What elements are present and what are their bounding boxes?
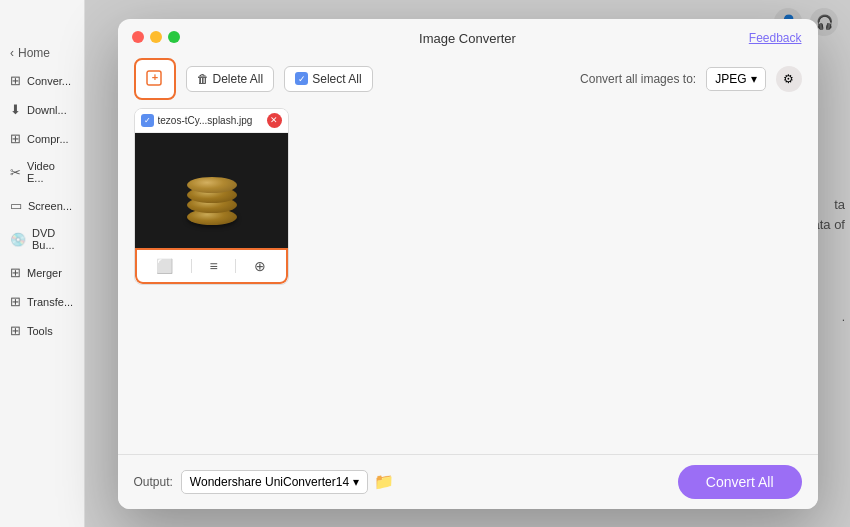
minimize-button[interactable] [150, 31, 162, 43]
settings-icon: ⚙ [783, 72, 794, 86]
format-dropdown[interactable]: JPEG ▾ [706, 67, 765, 91]
tool-divider-2 [235, 259, 236, 273]
title-bar: Image Converter Feedback [118, 19, 818, 54]
coin-4 [187, 177, 237, 193]
add-image-button[interactable]: + [134, 58, 176, 100]
sidebar-home-label: Home [18, 46, 50, 60]
sidebar-label: Conver... [27, 75, 71, 87]
convert-all-button[interactable]: Convert All [678, 465, 802, 499]
trash-icon: 🗑 [197, 72, 209, 86]
open-folder-button[interactable]: 📁 [374, 472, 394, 491]
download-icon: ⬇ [10, 102, 21, 117]
main-area: tandata of . 👤 🎧 Image Converter Feedbac… [85, 0, 850, 527]
sidebar-label: Transfe... [27, 296, 73, 308]
sidebar-item-transfer[interactable]: ⊞ Transfe... [0, 287, 84, 316]
converter-icon: ⊞ [10, 73, 21, 88]
sidebar: ‹ Home ⊞ Conver... ⬇ Downl... ⊞ Compr...… [0, 0, 85, 527]
modal-overlay: Image Converter Feedback + 🗑 Delete All … [85, 0, 850, 527]
delete-all-button[interactable]: 🗑 Delete All [186, 66, 275, 92]
sidebar-item-converter[interactable]: ⊞ Conver... [0, 66, 84, 95]
image-converter-modal: Image Converter Feedback + 🗑 Delete All … [118, 19, 818, 509]
list-tool-icon[interactable]: ≡ [203, 256, 223, 276]
chevron-down-icon: ▾ [751, 72, 757, 86]
image-tools: ⬜ ≡ ⊕ [135, 248, 288, 284]
sidebar-label: Merger [27, 267, 62, 279]
chevron-down-icon: ▾ [353, 475, 359, 489]
toolbar: + 🗑 Delete All ✓ Select All Convert all … [118, 54, 818, 108]
feedback-link[interactable]: Feedback [749, 31, 802, 45]
format-settings-button[interactable]: ⚙ [776, 66, 802, 92]
sidebar-item-screen[interactable]: ▭ Screen... [0, 191, 84, 220]
image-card-header: ✓ tezos-tCy...splash.jpg ✕ [135, 109, 288, 133]
image-preview [135, 133, 289, 248]
sidebar-label: Screen... [28, 200, 72, 212]
content-area: ✓ tezos-tCy...splash.jpg ✕ [118, 108, 818, 454]
compress-icon: ⊞ [10, 131, 21, 146]
modal-title: Image Converter [419, 31, 516, 46]
chevron-left-icon: ‹ [10, 46, 14, 60]
select-all-button[interactable]: ✓ Select All [284, 66, 372, 92]
coin-stack-image [185, 155, 240, 225]
sidebar-home[interactable]: ‹ Home [0, 40, 84, 66]
convert-to-label: Convert all images to: [580, 72, 696, 86]
sidebar-item-tools[interactable]: ⊞ Tools [0, 316, 84, 345]
output-path-dropdown[interactable]: Wondershare UniConverter14 ▾ [181, 470, 368, 494]
tools-icon: ⊞ [10, 323, 21, 338]
scissors-icon: ✂ [10, 165, 21, 180]
sidebar-item-video-edit[interactable]: ✂ Video E... [0, 153, 84, 191]
merger-icon: ⊞ [10, 265, 21, 280]
remove-image-button[interactable]: ✕ [267, 113, 282, 128]
image-card: ✓ tezos-tCy...splash.jpg ✕ [134, 108, 289, 285]
screen-icon: ▭ [10, 198, 22, 213]
format-value: JPEG [715, 72, 746, 86]
image-filename: tezos-tCy...splash.jpg [158, 115, 263, 126]
select-all-label: Select All [312, 72, 361, 86]
sidebar-label: DVD Bu... [32, 227, 74, 251]
zoom-tool-icon[interactable]: ⊕ [248, 256, 272, 276]
image-checkbox[interactable]: ✓ [141, 114, 154, 127]
traffic-lights [132, 31, 180, 43]
svg-text:+: + [151, 71, 157, 83]
output-path-value: Wondershare UniConverter14 [190, 475, 349, 489]
sidebar-label: Video E... [27, 160, 74, 184]
maximize-button[interactable] [168, 31, 180, 43]
sidebar-item-compress[interactable]: ⊞ Compr... [0, 124, 84, 153]
select-all-checkbox: ✓ [295, 72, 308, 85]
sidebar-item-download[interactable]: ⬇ Downl... [0, 95, 84, 124]
output-label: Output: [134, 475, 173, 489]
crop-tool-icon[interactable]: ⬜ [150, 256, 179, 276]
transfer-icon: ⊞ [10, 294, 21, 309]
delete-all-label: Delete All [213, 72, 264, 86]
sidebar-label: Downl... [27, 104, 67, 116]
dvd-icon: 💿 [10, 232, 26, 247]
sidebar-item-dvd[interactable]: 💿 DVD Bu... [0, 220, 84, 258]
sidebar-item-merger[interactable]: ⊞ Merger [0, 258, 84, 287]
bottom-bar: Output: Wondershare UniConverter14 ▾ 📁 C… [118, 454, 818, 509]
close-button[interactable] [132, 31, 144, 43]
sidebar-label: Compr... [27, 133, 69, 145]
sidebar-label: Tools [27, 325, 53, 337]
tool-divider-1 [191, 259, 192, 273]
